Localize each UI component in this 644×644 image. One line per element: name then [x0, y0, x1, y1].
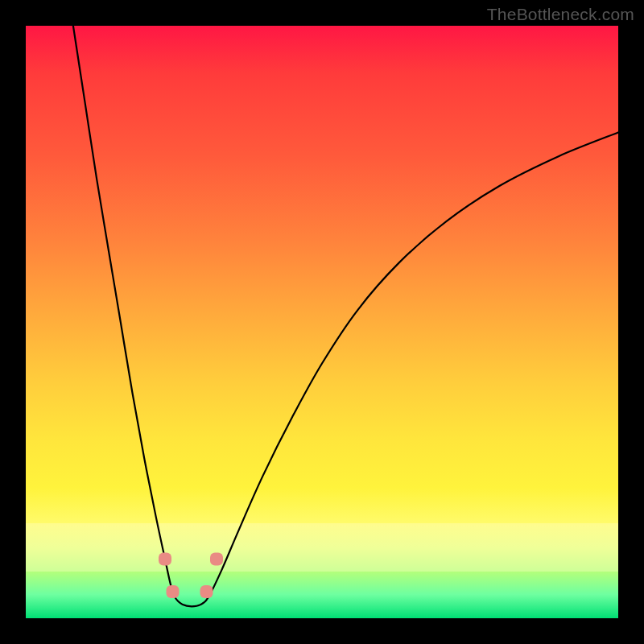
marker-layer: [26, 26, 618, 618]
threshold-marker: [210, 552, 223, 565]
watermark-text: TheBottleneck.com: [487, 5, 634, 24]
chart-frame: TheBottleneck.com: [0, 0, 644, 644]
threshold-marker: [200, 585, 213, 598]
threshold-marker: [159, 552, 171, 565]
plot-area: [26, 26, 618, 618]
threshold-marker: [167, 585, 180, 598]
